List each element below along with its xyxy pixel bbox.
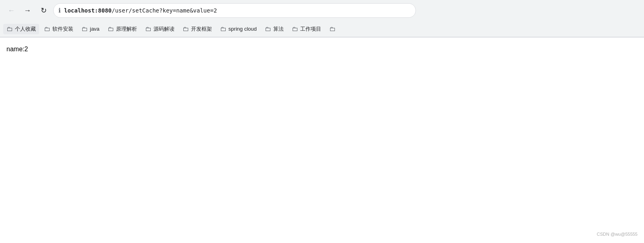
forward-button[interactable]: → (21, 4, 34, 17)
bookmark-label: 源码解读 (154, 25, 175, 33)
reload-button[interactable]: ↻ (37, 4, 50, 17)
bookmark-label: 软件安装 (52, 25, 73, 33)
bookmark-item-bookmark-framework[interactable]: 🗀开发框架 (179, 24, 215, 34)
bookmark-label: 算法 (273, 25, 284, 33)
folder-icon: 🗀 (265, 25, 271, 33)
page-text: name:2 (6, 46, 638, 53)
forward-icon: → (24, 6, 31, 15)
bookmark-item-bookmark-personal[interactable]: 🗀个人收藏 (3, 24, 39, 34)
bookmark-item-bookmark-principles[interactable]: 🗀原理解析 (104, 24, 140, 34)
back-icon: ← (8, 6, 15, 15)
back-button[interactable]: ← (5, 4, 18, 17)
security-info-icon: ℹ (58, 7, 61, 14)
folder-icon: 🗀 (183, 25, 189, 33)
address-bar-row: ← → ↻ ℹ localhost:8080/user/setCache?key… (0, 0, 644, 21)
bookmarks-bar: 🗀个人收藏🗀软件安装🗀java🗀原理解析🗀源码解读🗀开发框架🗀spring cl… (0, 21, 644, 37)
folder-icon: 🗀 (44, 25, 50, 33)
bookmark-item-bookmark-project[interactable]: 🗀工作项目 (289, 24, 324, 34)
bookmark-label: spring cloud (229, 26, 257, 32)
reload-icon: ↻ (41, 6, 47, 15)
bookmark-label: 开发框架 (191, 25, 212, 33)
bookmark-label: 个人收藏 (15, 25, 36, 33)
url-host: localhost:8080 (64, 7, 112, 14)
folder-icon: 🗀 (329, 25, 336, 33)
address-bar[interactable]: ℹ localhost:8080/user/setCache?key=name&… (53, 3, 416, 18)
bookmark-item-bookmark-algorithm[interactable]: 🗀算法 (262, 24, 287, 34)
folder-icon: 🗀 (145, 25, 152, 33)
bookmark-item-bookmark-java[interactable]: 🗀java (78, 24, 103, 34)
url-path: /user/setCache?key=name&value=2 (112, 7, 217, 14)
url-display: localhost:8080/user/setCache?key=name&va… (64, 7, 217, 14)
bookmark-label: 原理解析 (116, 25, 137, 33)
browser-chrome: ← → ↻ ℹ localhost:8080/user/setCache?key… (0, 0, 644, 38)
folder-icon: 🗀 (220, 25, 226, 33)
folder-icon: 🗀 (6, 25, 13, 33)
bookmark-label: java (90, 26, 100, 32)
folder-icon: 🗀 (292, 25, 298, 33)
bookmark-item-bookmark-source[interactable]: 🗀源码解读 (142, 24, 178, 34)
page-content: name:2 (0, 38, 644, 231)
watermark: CSDN @wu@55555 (597, 232, 638, 237)
bookmark-item-bookmark-springcloud[interactable]: 🗀spring cloud (217, 24, 260, 34)
folder-icon: 🗀 (108, 25, 114, 33)
bookmark-label: 工作项目 (300, 25, 321, 33)
bookmark-item-bookmark-more[interactable]: 🗀 (326, 24, 339, 34)
folder-icon: 🗀 (81, 25, 88, 33)
bookmark-item-bookmark-software[interactable]: 🗀软件安装 (41, 24, 77, 34)
